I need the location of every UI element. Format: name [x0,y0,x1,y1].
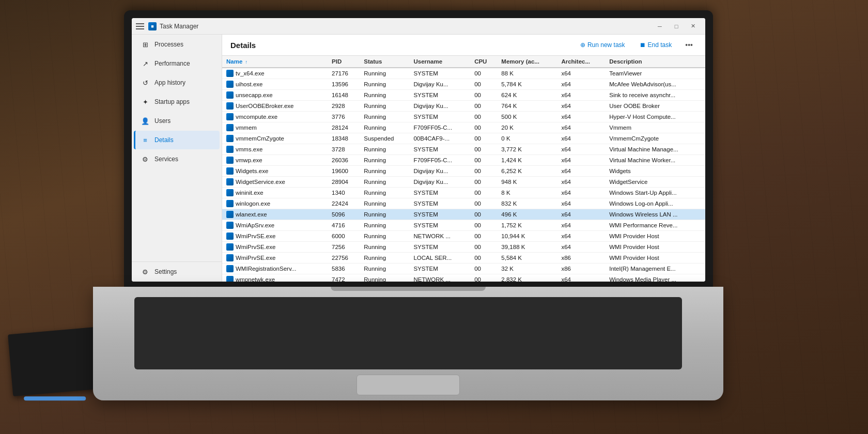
laptop-base [93,287,723,400]
table-body: tv_x64.exe27176RunningSYSTEM0088 Kx64Tea… [222,68,705,282]
proc-cpu: 00 [470,144,497,155]
sidebar-item-performance[interactable]: ↗ Performance [134,54,220,73]
proc-memory: 39,188 K [497,242,557,253]
proc-username: SYSTEM [409,220,470,231]
proc-cpu: 00 [470,209,497,220]
details-label: Details [154,136,174,144]
proc-icon [226,91,234,99]
more-options-button[interactable]: ••• [681,39,697,51]
proc-memory: 88 K [497,68,557,79]
col-header-description[interactable]: Description [605,56,705,68]
sidebar-item-startup-apps[interactable]: ✦ Startup apps [134,92,220,111]
proc-arch: x64 [557,112,605,122]
table-row[interactable]: vmmemCmZygote18348Suspended00B4CAF9-...0… [222,133,705,144]
table-row[interactable]: WmiPrvSE.exe22756RunningLOCAL SER...005,… [222,253,705,264]
proc-icon [226,135,234,142]
proc-status: Running [360,198,409,209]
proc-name: vmmem [222,122,328,133]
performance-icon: ↗ [141,59,149,68]
table-row[interactable]: tv_x64.exe27176RunningSYSTEM0088 Kx64Tea… [222,68,705,79]
proc-status: Running [360,253,409,264]
process-table-container[interactable]: Name ↑PIDStatusUsernameCPUMemory (ac...A… [222,56,705,282]
col-header-pid[interactable]: PID [328,56,360,68]
proc-icon [226,102,234,110]
proc-name: WmiPrvSE.exe [222,242,328,252]
proc-username: SYSTEM [409,188,470,198]
proc-cpu: 00 [470,155,497,166]
proc-pid: 5836 [328,264,360,274]
col-header-cpu[interactable]: CPU [470,56,497,68]
table-row[interactable]: WmiPrvSE.exe7256RunningSYSTEM0039,188 Kx… [222,242,705,253]
table-row[interactable]: vmwp.exe26036RunningF709FF05-C...001,424… [222,155,705,166]
table-row[interactable]: WidgetService.exe28904RunningDigvijay Ku… [222,177,705,188]
proc-memory: 1,424 K [497,155,557,166]
proc-pid: 22424 [328,198,360,209]
proc-arch: x86 [557,264,605,274]
col-header-name[interactable]: Name ↑ [222,56,328,68]
hamburger-icon[interactable] [136,22,144,30]
proc-description: McAfee WebAdvisor(us... [605,79,705,90]
table-row[interactable]: winlogon.exe22424RunningSYSTEM00832 Kx64… [222,198,705,209]
proc-arch: x64 [557,122,605,133]
run-new-task-button[interactable]: ⊕ Run new task [575,39,630,51]
startup-apps-label: Startup apps [154,98,190,105]
touchpad[interactable] [357,375,460,395]
proc-pid: 7472 [328,274,360,282]
table-row[interactable]: unsecapp.exe16148RunningSYSTEM00624 Kx64… [222,90,705,101]
content-area: Details ⊕ Run new task ⏹ End task [222,35,705,282]
sidebar-item-details[interactable]: ≡ Details [134,131,220,149]
proc-memory: 32 K [497,264,557,274]
sidebar: ⊞ Processes ↗ Performance ↺ App history … [132,35,222,282]
maximize-button[interactable]: □ [668,19,685,34]
col-header-memory[interactable]: Memory (ac... [497,56,557,68]
proc-icon [226,81,234,88]
table-row[interactable]: wmpnetwk.exe7472RunningNETWORK ...002,83… [222,274,705,282]
proc-arch: x64 [557,68,605,79]
proc-name: unsecapp.exe [222,90,328,100]
proc-username: SYSTEM [409,90,470,101]
proc-status: Running [360,209,409,220]
table-row[interactable]: UserOOBEBroker.exe2928RunningDigvijay Ku… [222,101,705,112]
proc-username: F709FF05-C... [409,155,470,166]
table-row[interactable]: wininit.exe1340RunningSYSTEM008 Kx64Wind… [222,188,705,198]
table-row[interactable]: Widgets.exe19600RunningDigvijay Ku...006… [222,166,705,177]
table-row[interactable]: WmiPrvSE.exe6000RunningNETWORK ...0010,9… [222,231,705,242]
table-row[interactable]: vmms.exe3728RunningSYSTEM003,772 Kx64Vir… [222,144,705,155]
proc-arch: x64 [557,177,605,188]
sidebar-item-app-history[interactable]: ↺ App history [134,73,220,92]
proc-status: Running [360,101,409,112]
screen-bezel: ■ Task Manager ─ □ ✕ ⊞ Processes ↗ P [124,10,713,289]
proc-username: SYSTEM [409,198,470,209]
proc-cpu: 00 [470,220,497,231]
proc-icon [226,243,234,251]
table-row[interactable]: wlanext.exe5096RunningSYSTEM00496 Kx64Wi… [222,209,705,220]
table-row[interactable]: WmiApSrv.exe4716RunningSYSTEM001,752 Kx6… [222,220,705,231]
proc-icon [226,189,234,196]
processes-label: Processes [154,41,183,48]
sidebar-item-users[interactable]: 👤 Users [134,112,220,130]
sidebar-item-processes[interactable]: ⊞ Processes [134,35,220,54]
table-row[interactable]: WMIRegistrationServ...5836RunningSYSTEM0… [222,264,705,274]
proc-icon [226,233,234,240]
table-row[interactable]: vmmem28124RunningF709FF05-C...0020 Kx64V… [222,122,705,133]
minimize-button[interactable]: ─ [652,19,668,34]
table-row[interactable]: uihost.exe13596RunningDigvijay Ku...005,… [222,79,705,90]
proc-name: Widgets.exe [222,166,328,176]
sidebar-item-services[interactable]: ⚙ Services [134,150,220,168]
col-header-arch[interactable]: Architec... [557,56,605,68]
col-header-username[interactable]: Username [409,56,470,68]
proc-icon [226,178,234,185]
proc-cpu: 00 [470,122,497,133]
proc-arch: x64 [557,231,605,242]
proc-icon [226,222,234,229]
table-row[interactable]: vmcompute.exe3776RunningSYSTEM00500 Kx64… [222,112,705,122]
sidebar-item-settings[interactable]: ⚙ Settings [134,262,220,281]
sort-arrow: ↑ [245,59,248,65]
end-task-button[interactable]: ⏹ End task [634,39,677,51]
proc-description: Intel(R) Management E... [605,264,705,274]
close-button[interactable]: ✕ [685,19,701,34]
proc-name: tv_x64.exe [222,68,328,79]
users-icon: 👤 [141,117,149,125]
col-header-status[interactable]: Status [360,56,409,68]
proc-arch: x64 [557,188,605,198]
